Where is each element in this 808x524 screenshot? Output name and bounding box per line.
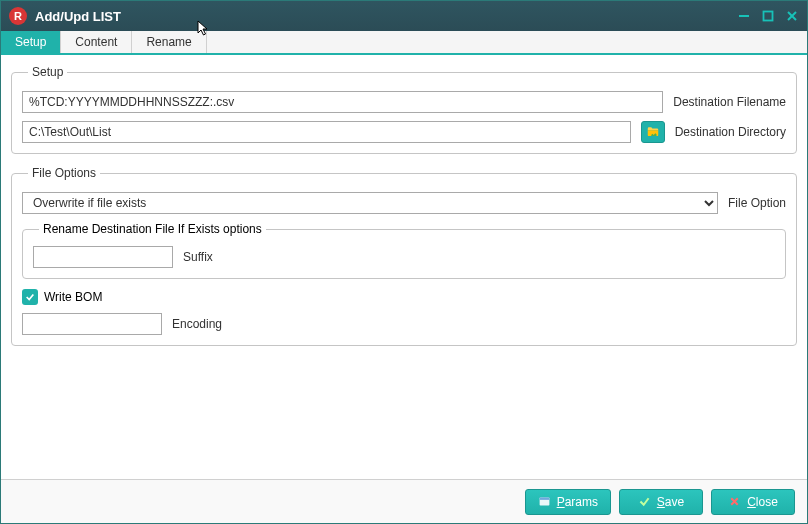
content-area: Setup Destination Filename Destination D… <box>1 55 807 479</box>
rename-subgroup: Rename Destination File If Exists option… <box>22 222 786 279</box>
app-icon-letter: R <box>14 10 22 22</box>
file-option-label: File Option <box>728 196 786 210</box>
title-bar: R Add/Upd LIST <box>1 1 807 31</box>
setup-legend: Setup <box>28 65 67 79</box>
close-rest: lose <box>756 495 778 509</box>
close-window-button[interactable] <box>785 9 799 23</box>
save-button[interactable]: Save <box>619 489 703 515</box>
destination-directory-label: Destination Directory <box>675 125 786 139</box>
close-underline: C <box>747 495 756 509</box>
params-icon <box>538 495 551 508</box>
file-options-group: File Options Overwrite if file exists Fi… <box>11 166 797 346</box>
destination-filename-label: Destination Filename <box>673 95 786 109</box>
file-options-legend: File Options <box>28 166 100 180</box>
minimize-button[interactable] <box>737 9 751 23</box>
encoding-label: Encoding <box>172 317 222 331</box>
browse-folder-button[interactable] <box>641 121 665 143</box>
save-check-icon <box>638 495 651 508</box>
tab-bar: Setup Content Rename <box>1 31 807 55</box>
tab-content-label: Content <box>75 35 117 49</box>
close-icon <box>728 495 741 508</box>
close-button[interactable]: Close <box>711 489 795 515</box>
tab-setup-label: Setup <box>15 35 46 49</box>
params-rest: arams <box>565 495 598 509</box>
bottom-bar: Params Save Close <box>1 479 807 523</box>
rename-subgroup-legend: Rename Destination File If Exists option… <box>39 222 266 236</box>
tab-rename[interactable]: Rename <box>132 31 206 53</box>
tab-content[interactable]: Content <box>61 31 132 53</box>
setup-group: Setup Destination Filename Destination D… <box>11 65 797 154</box>
write-bom-label: Write BOM <box>44 290 102 304</box>
app-icon: R <box>9 7 27 25</box>
params-button[interactable]: Params <box>525 489 611 515</box>
encoding-input[interactable] <box>22 313 162 335</box>
tab-setup[interactable]: Setup <box>1 31 61 53</box>
svg-rect-5 <box>539 497 549 499</box>
maximize-button[interactable] <box>761 9 775 23</box>
check-icon <box>25 292 35 302</box>
window-title: Add/Upd LIST <box>35 9 121 24</box>
folder-icon <box>646 125 660 139</box>
write-bom-checkbox[interactable] <box>22 289 38 305</box>
params-underline: P <box>557 495 565 509</box>
save-rest: ave <box>665 495 684 509</box>
svg-rect-1 <box>764 12 773 21</box>
file-option-select[interactable]: Overwrite if file exists <box>22 192 718 214</box>
destination-filename-input[interactable] <box>22 91 663 113</box>
tab-rename-label: Rename <box>146 35 191 49</box>
save-underline: S <box>657 495 665 509</box>
suffix-input[interactable] <box>33 246 173 268</box>
suffix-label: Suffix <box>183 250 213 264</box>
destination-directory-input[interactable] <box>22 121 631 143</box>
